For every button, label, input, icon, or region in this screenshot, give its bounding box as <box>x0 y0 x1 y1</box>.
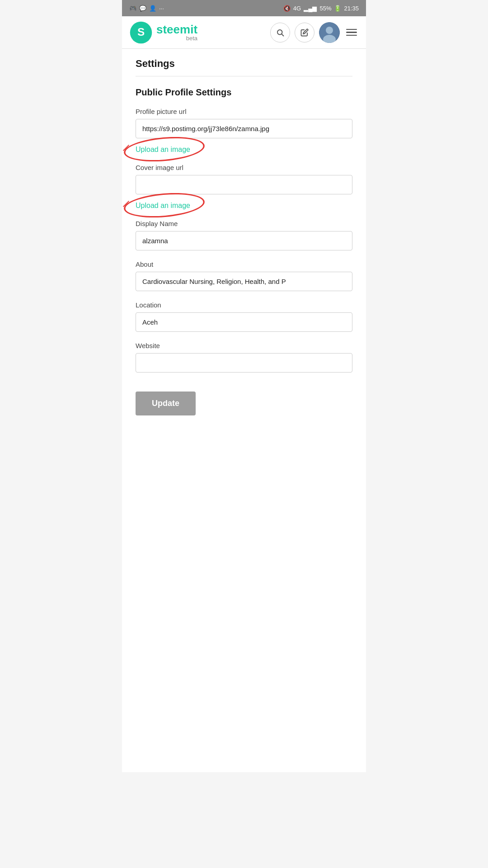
profile-picture-label: Profile picture url <box>136 108 352 115</box>
location-input[interactable] <box>136 312 352 332</box>
signal-4g-badge: 4G <box>293 5 301 12</box>
battery-icon: 🔋 <box>334 5 341 12</box>
profile-upload-link[interactable]: Upload an image <box>136 146 190 154</box>
location-field-group: Location <box>136 301 352 332</box>
navbar: S steemit beta <box>122 16 366 49</box>
dots-icon: ··· <box>159 5 164 12</box>
website-input[interactable] <box>136 353 352 373</box>
profile-picture-input[interactable] <box>136 119 352 138</box>
steemit-logo-icon: S <box>129 21 153 44</box>
cover-image-label: Cover image url <box>136 164 352 171</box>
display-name-field-group: Display Name <box>136 220 352 250</box>
search-button[interactable] <box>270 23 290 42</box>
page-title: Settings <box>136 58 352 70</box>
status-right-icons: 🔇 4G ▂▄▆ 55% 🔋 21:35 <box>283 5 359 12</box>
logo-beta: beta <box>156 35 197 41</box>
menu-button[interactable] <box>344 27 359 38</box>
logo-area: S steemit beta <box>129 21 197 44</box>
hamburger-line-2 <box>346 32 357 33</box>
discord-icon: 💬 <box>139 5 146 12</box>
nav-icons <box>270 22 359 43</box>
logo-text: steemit beta <box>156 24 197 41</box>
svg-text:S: S <box>137 25 145 38</box>
website-field-group: Website <box>136 342 352 373</box>
website-label: Website <box>136 342 352 349</box>
hamburger-line-3 <box>346 35 357 36</box>
svg-point-5 <box>326 27 333 34</box>
location-label: Location <box>136 301 352 309</box>
svg-line-3 <box>282 34 283 36</box>
section-title: Public Profile Settings <box>136 87 352 98</box>
display-name-label: Display Name <box>136 220 352 227</box>
cover-image-field-group: Cover image url Upload an image <box>136 164 352 210</box>
status-bar: 🎮 💬 👤 ··· 🔇 4G ▂▄▆ 55% 🔋 21:35 <box>122 0 366 16</box>
hamburger-line-1 <box>346 29 357 30</box>
update-button[interactable]: Update <box>136 392 196 415</box>
display-name-input[interactable] <box>136 231 352 250</box>
clock: 21:35 <box>344 5 359 12</box>
mute-icon: 🔇 <box>283 5 291 12</box>
signal-bars-icon: ▂▄▆ <box>304 5 317 12</box>
profile-upload-wrapper: Upload an image <box>136 142 190 154</box>
avatar-image <box>319 22 340 43</box>
status-left-icons: 🎮 💬 👤 ··· <box>129 5 164 12</box>
search-icon <box>276 28 284 37</box>
battery-text: 55% <box>319 5 331 12</box>
profile-picture-field-group: Profile picture url Upload an image <box>136 108 352 154</box>
edit-button[interactable] <box>295 23 314 42</box>
avatar-button[interactable] <box>319 22 340 43</box>
about-field-group: About <box>136 260 352 291</box>
cover-upload-wrapper: Upload an image <box>136 198 190 210</box>
person-icon: 👤 <box>149 5 156 12</box>
cover-upload-link[interactable]: Upload an image <box>136 202 190 210</box>
cover-image-input[interactable] <box>136 175 352 194</box>
pencil-icon <box>300 28 309 37</box>
about-label: About <box>136 260 352 268</box>
main-content: Settings Public Profile Settings Profile… <box>122 49 366 772</box>
game-icon: 🎮 <box>129 5 136 12</box>
about-input[interactable] <box>136 272 352 291</box>
divider <box>136 76 352 76</box>
logo-name: steemit <box>156 24 197 35</box>
